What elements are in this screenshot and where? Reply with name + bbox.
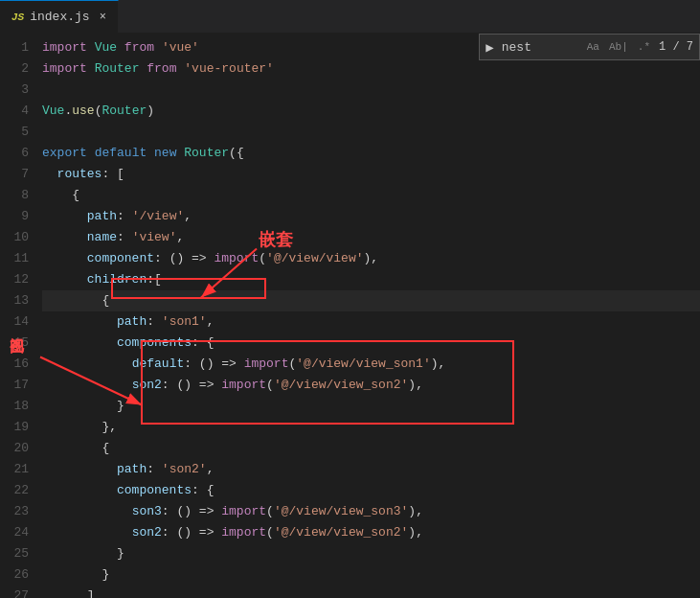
- table-row: {: [42, 438, 700, 459]
- table-row: {: [42, 185, 700, 206]
- search-prev-icon[interactable]: ▶: [485, 39, 493, 56]
- table-row: son3: () => import('@/view/view_son3'),: [42, 501, 700, 522]
- search-count: 1 / 7: [659, 40, 693, 54]
- search-options: Aa Ab| .*: [584, 40, 653, 54]
- table-row: }: [42, 543, 700, 564]
- table-row: routes: [: [42, 164, 700, 185]
- tab-close-button[interactable]: ×: [100, 11, 106, 24]
- tab-filename: index.js: [30, 10, 89, 24]
- table-row: path: 'son2',: [42, 459, 700, 480]
- search-regex-button[interactable]: .*: [635, 40, 653, 54]
- table-row: components: {: [42, 333, 700, 354]
- table-row: son2: () => import('@/view/view_son2'),: [42, 522, 700, 543]
- table-row: default: () => import('@/view/view_son1'…: [42, 354, 700, 375]
- table-row: [42, 122, 700, 143]
- table-row: name: 'view',: [42, 227, 700, 248]
- table-row: Vue.use(Router): [42, 101, 700, 122]
- editor: 1234567891011121314151617181920212223242…: [0, 34, 700, 598]
- table-row: }: [42, 396, 700, 417]
- table-row: components: {: [42, 480, 700, 501]
- table-row: component: () => import('@/view/view'),: [42, 248, 700, 269]
- search-input[interactable]: [502, 40, 578, 55]
- tab-bar: JS index.js ×: [0, 0, 700, 34]
- code-content[interactable]: import Vue from 'vue'import Router from …: [38, 34, 700, 598]
- table-row: ]: [42, 586, 700, 598]
- table-row: },: [42, 417, 700, 438]
- search-bar: ▶ Aa Ab| .* 1 / 7: [479, 34, 700, 60]
- table-row: {: [42, 290, 700, 311]
- table-row: path: 'son1',: [42, 311, 700, 333]
- search-case-sensitive-button[interactable]: Aa: [584, 40, 602, 54]
- table-row: import Router from 'vue-router': [42, 58, 700, 80]
- code-area: 1234567891011121314151617181920212223242…: [0, 34, 700, 598]
- table-row: [42, 80, 700, 101]
- tab-index-js[interactable]: JS index.js ×: [0, 0, 119, 33]
- table-row: children:[: [42, 269, 700, 290]
- search-whole-word-button[interactable]: Ab|: [606, 40, 631, 54]
- table-row: son2: () => import('@/view/view_son2'),: [42, 375, 700, 396]
- table-row: }: [42, 564, 700, 586]
- table-row: export default new Router({: [42, 143, 700, 164]
- table-row: path: '/view',: [42, 206, 700, 227]
- js-icon: JS: [11, 12, 24, 23]
- line-numbers: 1234567891011121314151617181920212223242…: [0, 34, 38, 598]
